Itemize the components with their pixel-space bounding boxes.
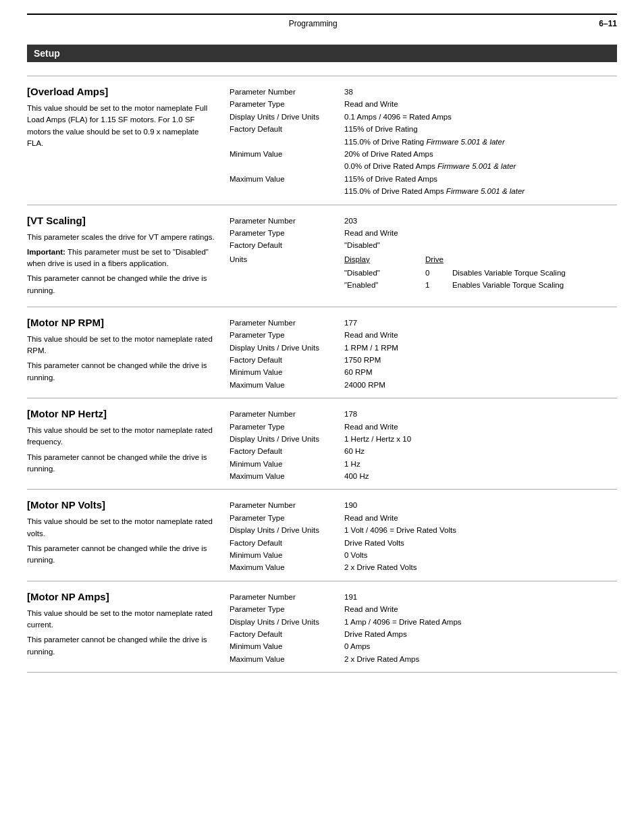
param-value-0-4: 115.0% of Drive Rating Firmware 5.001 & …	[344, 136, 617, 148]
param-label-2-4: Minimum Value	[230, 366, 338, 378]
units-header-display-1: Display	[344, 253, 412, 265]
param-label-4-0: Parameter Number	[230, 499, 338, 511]
param-label-0-4	[230, 136, 338, 148]
param-row-1-1: Parameter TypeRead and Write	[230, 227, 617, 239]
param-label-0-8	[230, 185, 338, 197]
param-value-3-2: 1 Hertz / Hertz x 10	[344, 433, 617, 445]
param-row-5-2: Display Units / Drive Units1 Amp / 4096 …	[230, 616, 617, 628]
param-label-5-3: Factory Default	[230, 628, 338, 640]
section-vt-scaling-desc-2: This parameter cannot be changed while t…	[27, 273, 216, 296]
param-value-0-0: 38	[344, 86, 617, 98]
param-value-1-2: "Disabled"	[344, 239, 617, 251]
param-value-4-5: 2 x Drive Rated Volts	[344, 561, 617, 573]
units-label-1: Units	[230, 253, 338, 292]
param-row-5-0: Parameter Number191	[230, 591, 617, 603]
param-label-3-0: Parameter Number	[230, 408, 338, 420]
units-drive-val-1-1: 1	[425, 279, 452, 291]
param-label-5-2: Display Units / Drive Units	[230, 616, 338, 628]
page-header: Programming 6–11	[27, 14, 617, 35]
param-value-3-3: 60 Hz	[344, 445, 617, 457]
units-header-drive-1: Drive	[425, 253, 444, 265]
section-motor-np-volts: [Motor NP Volts]This value should be set…	[27, 489, 617, 580]
section-vt-scaling-desc-0: This parameter scales the drive for VT a…	[27, 232, 216, 243]
param-label-5-0: Parameter Number	[230, 591, 338, 603]
param-label-0-2: Display Units / Drive Units	[230, 111, 338, 123]
param-value-0-8: 115.0% of Drive Rated Amps Firmware 5.00…	[344, 185, 617, 197]
param-label-3-1: Parameter Type	[230, 421, 338, 433]
param-row-0-7: Maximum Value115% of Drive Rated Amps	[230, 173, 617, 185]
param-row-5-3: Factory DefaultDrive Rated Amps	[230, 628, 617, 640]
param-value-0-6: 0.0% of Drive Rated Amps Firmware 5.001 …	[344, 160, 617, 172]
section-motor-np-hertz-desc-1: This parameter cannot be changed while t…	[27, 452, 216, 475]
param-row-3-4: Minimum Value1 Hz	[230, 458, 617, 470]
param-row-5-5: Maximum Value2 x Drive Rated Amps	[230, 653, 617, 665]
section-motor-np-volts-right: Parameter Number190Parameter TypeRead an…	[230, 499, 617, 573]
param-value-2-4: 60 RPM	[344, 366, 617, 378]
section-motor-np-rpm-left: [Motor NP RPM]This value should be set t…	[27, 317, 230, 391]
units-data-row-1-1: "Enabled"1Enables Variable Torque Scalin…	[344, 279, 617, 291]
units-row-1: UnitsDisplayDrive"Disabled"0Disables Var…	[230, 253, 617, 292]
param-value-5-4: 0 Amps	[344, 640, 617, 652]
units-display-val-1-1: "Enabled"	[344, 279, 412, 291]
param-row-3-0: Parameter Number178	[230, 408, 617, 420]
param-value-2-3: 1750 RPM	[344, 354, 617, 366]
param-label-5-1: Parameter Type	[230, 603, 338, 615]
param-value-5-1: Read and Write	[344, 603, 617, 615]
param-label-1-0: Parameter Number	[230, 215, 338, 227]
param-value-0-3: 115% of Drive Rating	[344, 123, 617, 135]
param-label-5-5: Maximum Value	[230, 653, 338, 665]
param-row-0-3: Factory Default115% of Drive Rating	[230, 123, 617, 135]
section-motor-np-rpm-right: Parameter Number177Parameter TypeRead an…	[230, 317, 617, 391]
param-label-0-0: Parameter Number	[230, 86, 338, 98]
param-label-2-5: Maximum Value	[230, 379, 338, 391]
sections-container: [Overload Amps]This value should be set …	[27, 76, 617, 673]
section-overload-amps-desc-0: This value should be set to the motor na…	[27, 103, 216, 149]
param-row-0-8: 115.0% of Drive Rated Amps Firmware 5.00…	[230, 185, 617, 197]
param-value-5-5: 2 x Drive Rated Amps	[344, 653, 617, 665]
param-value-2-2: 1 RPM / 1 RPM	[344, 342, 617, 354]
page: Programming 6–11 Setup [Overload Amps]Th…	[0, 0, 644, 700]
section-overload-amps-title: [Overload Amps]	[27, 86, 216, 97]
section-motor-np-volts-left: [Motor NP Volts]This value should be set…	[27, 499, 230, 573]
param-row-3-3: Factory Default60 Hz	[230, 445, 617, 457]
param-value-0-5: 20% of Drive Rated Amps	[344, 148, 617, 160]
section-motor-np-hertz-desc-0: This value should be set to the motor na…	[27, 425, 216, 448]
units-display-val-1-0: "Disabled"	[344, 267, 412, 279]
section-overload-amps-right: Parameter Number38Parameter TypeRead and…	[230, 86, 617, 198]
units-header-1: DisplayDrive	[344, 253, 617, 265]
section-motor-np-hertz-right: Parameter Number178Parameter TypeRead an…	[230, 408, 617, 482]
section-motor-np-amps-left: [Motor NP Amps]This value should be set …	[27, 591, 230, 665]
param-row-0-1: Parameter TypeRead and Write	[230, 98, 617, 110]
param-label-2-1: Parameter Type	[230, 329, 338, 341]
param-row-3-2: Display Units / Drive Units1 Hertz / Her…	[230, 433, 617, 445]
section-motor-np-rpm-table: Parameter Number177Parameter TypeRead an…	[230, 317, 617, 391]
section-motor-np-hertz-title: [Motor NP Hertz]	[27, 408, 216, 419]
param-value-5-3: Drive Rated Amps	[344, 628, 617, 640]
param-row-3-1: Parameter TypeRead and Write	[230, 421, 617, 433]
param-row-0-4: 115.0% of Drive Rating Firmware 5.001 & …	[230, 136, 617, 148]
param-row-4-3: Factory DefaultDrive Rated Volts	[230, 537, 617, 549]
section-motor-np-amps-title: [Motor NP Amps]	[27, 591, 216, 602]
section-motor-np-rpm-desc-0: This value should be set to the motor na…	[27, 334, 216, 357]
units-content-1: DisplayDrive"Disabled"0Disables Variable…	[344, 253, 617, 292]
section-motor-np-amps-right: Parameter Number191Parameter TypeRead an…	[230, 591, 617, 665]
param-label-3-3: Factory Default	[230, 445, 338, 457]
param-row-4-1: Parameter TypeRead and Write	[230, 512, 617, 524]
param-label-1-1: Parameter Type	[230, 227, 338, 239]
section-motor-np-volts-title: [Motor NP Volts]	[27, 499, 216, 511]
param-label-0-1: Parameter Type	[230, 98, 338, 110]
param-value-3-4: 1 Hz	[344, 458, 617, 470]
param-value-4-4: 0 Volts	[344, 549, 617, 561]
header-right: 6–11	[599, 19, 617, 28]
setup-banner: Setup	[27, 45, 617, 62]
section-motor-np-rpm-title: [Motor NP RPM]	[27, 317, 216, 328]
section-motor-np-volts-table: Parameter Number190Parameter TypeRead an…	[230, 499, 617, 573]
param-value-1-0: 203	[344, 215, 617, 227]
param-value-0-7: 115% of Drive Rated Amps	[344, 173, 617, 185]
section-motor-np-hertz: [Motor NP Hertz]This value should be set…	[27, 398, 617, 489]
param-label-0-7: Maximum Value	[230, 173, 338, 185]
section-motor-np-amps: [Motor NP Amps]This value should be set …	[27, 581, 617, 673]
param-row-0-2: Display Units / Drive Units0.1 Amps / 40…	[230, 111, 617, 123]
section-vt-scaling-table: Parameter Number203Parameter TypeRead an…	[230, 215, 617, 292]
param-value-4-1: Read and Write	[344, 512, 617, 524]
